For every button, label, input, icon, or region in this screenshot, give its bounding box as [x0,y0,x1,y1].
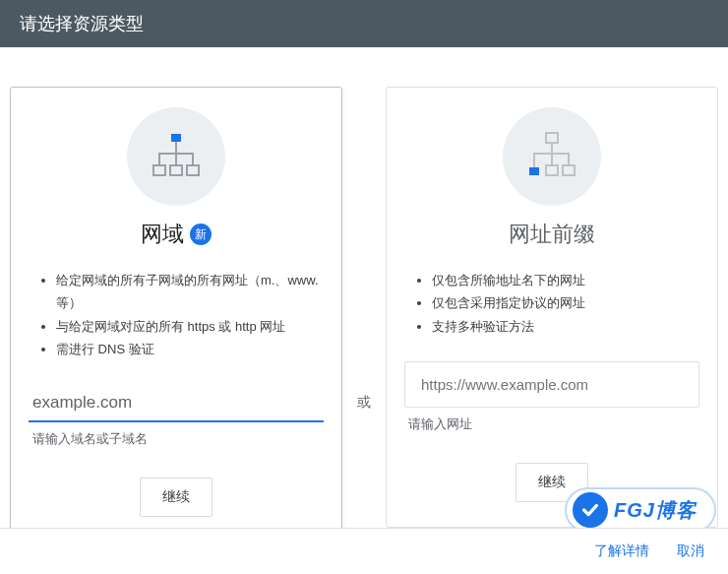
sitemap-icon [148,132,205,181]
watermark-text: FGJ博客 [614,497,697,524]
new-badge: 新 [190,223,212,245]
svg-rect-1 [153,165,165,175]
or-separator: 或 [342,394,386,412]
learn-more-link[interactable]: 了解详情 [594,542,649,560]
prefix-helper: 请输入网址 [404,415,699,433]
dialog-header: 请选择资源类型 [0,0,728,47]
domain-icon-circle [127,107,225,206]
list-item: 需进行 DNS 验证 [56,338,324,360]
card-domain[interactable]: 网域 新 给定网域的所有子网域的所有网址（m.、www. 等） 与给定网域对应的… [10,87,342,542]
dialog-title: 请选择资源类型 [20,14,144,33]
dialog-footer: 了解详情 取消 [0,528,728,574]
svg-rect-6 [546,165,558,175]
sitemap-prefix-icon [523,132,580,181]
domain-input[interactable] [29,385,324,422]
domain-title: 网域 [141,220,184,249]
watermark-badge: FGJ博客 [565,487,716,533]
prefix-title-row: 网址前缀 [509,220,595,249]
content-row: 网域 新 给定网域的所有子网域的所有网址（m.、www. 等） 与给定网域对应的… [0,47,728,542]
prefix-input-wrap: 请输入网址 [404,361,699,433]
svg-rect-4 [546,133,558,143]
prefix-icon-circle [503,107,601,206]
svg-rect-0 [171,134,181,142]
domain-helper: 请输入域名或子域名 [29,430,324,448]
list-item: 仅包含采用指定协议的网址 [432,291,699,314]
checkmark-icon [573,492,608,528]
list-item: 与给定网域对应的所有 https 或 http 网址 [56,315,324,338]
cancel-button[interactable]: 取消 [677,542,704,560]
domain-continue-button[interactable]: 继续 [140,478,212,517]
svg-rect-5 [529,167,539,175]
svg-rect-7 [563,165,575,175]
svg-rect-2 [170,165,182,175]
domain-input-wrap: 请输入域名或子域名 [29,385,324,448]
list-item: 仅包含所输地址名下的网址 [432,269,699,291]
prefix-title: 网址前缀 [509,220,595,249]
list-item: 支持多种验证方法 [432,315,699,338]
list-item: 给定网域的所有子网域的所有网址（m.、www. 等） [56,269,324,315]
prefix-bullets: 仅包含所输地址名下的网址 仅包含采用指定协议的网址 支持多种验证方法 [404,269,699,338]
domain-title-row: 网域 新 [141,220,212,249]
domain-bullets: 给定网域的所有子网域的所有网址（m.、www. 等） 与给定网域对应的所有 ht… [29,269,324,361]
prefix-input[interactable] [404,361,699,408]
svg-rect-3 [187,165,199,175]
card-url-prefix[interactable]: 网址前缀 仅包含所输地址名下的网址 仅包含采用指定协议的网址 支持多种验证方法 … [386,87,718,528]
